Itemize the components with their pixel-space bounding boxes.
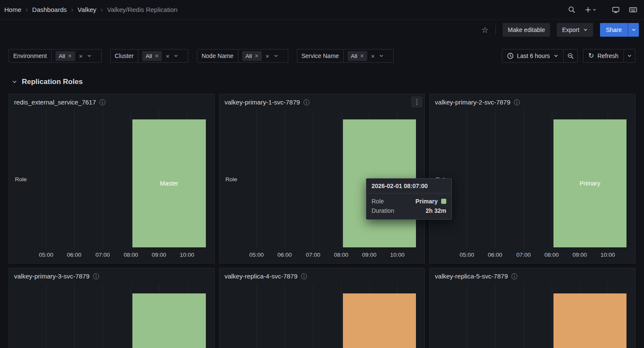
filter-chip[interactable]: All × <box>142 51 162 61</box>
row-replication-roles[interactable]: Replication Roles <box>12 75 83 88</box>
top-nav: Home › Dashboards › Valkey › Valkey/Redi… <box>0 0 644 20</box>
x-tick-label: 08:00 <box>123 252 138 258</box>
info-icon[interactable]: ⓘ <box>100 99 105 105</box>
zoom-out-time-button[interactable] <box>563 49 578 63</box>
chip-remove-icon[interactable]: × <box>155 53 158 59</box>
filters-row: Environment All × × Cluster All × × <box>9 49 635 63</box>
filter-environment: Environment All × × <box>9 49 102 63</box>
state-timeline-plot[interactable]: Role Primary 05:00 06:00 07:00 08:00 09:… <box>460 110 628 249</box>
gridline <box>131 110 131 249</box>
state-bar[interactable] <box>343 293 416 348</box>
state-bar[interactable]: Primary <box>553 119 626 247</box>
gridline <box>284 110 285 249</box>
share-button[interactable]: Share <box>600 23 628 37</box>
breadcrumb-separator-icon: › <box>100 6 102 14</box>
filter-chip[interactable]: All × <box>56 51 75 61</box>
state-bar[interactable] <box>553 293 626 348</box>
panel-title[interactable]: redis_external_service_7617 <box>14 99 96 106</box>
y-axis-label: Role <box>225 176 237 183</box>
panel-menu-icon[interactable]: ⋮ <box>411 96 422 107</box>
filter-chip[interactable]: All × <box>348 51 367 61</box>
chevron-down-icon[interactable] <box>173 53 179 58</box>
share-menu-button[interactable] <box>628 23 639 37</box>
filter-node-name: Node Name All × × <box>197 49 288 63</box>
star-icon[interactable]: ☆ <box>481 26 489 34</box>
gridline <box>552 110 552 249</box>
share-split-button: Share <box>600 23 639 37</box>
chip-remove-icon[interactable]: × <box>68 53 72 59</box>
filter-value-picker[interactable]: All × × <box>51 49 102 63</box>
breadcrumb-separator-icon: › <box>71 6 73 14</box>
state-timeline-plot[interactable]: Role 05:00 06:00 07:00 08:00 09:00 10:00 <box>39 284 208 348</box>
kiosk-mode-button[interactable] <box>612 6 620 14</box>
tooltip-role-value: Primary <box>416 198 438 205</box>
add-new-button[interactable] <box>585 6 597 13</box>
monitor-icon <box>612 6 620 14</box>
filter-value-picker[interactable]: All × × <box>138 49 188 63</box>
chevron-down-icon[interactable] <box>379 53 384 58</box>
tooltip-row: Role Primary <box>372 197 446 206</box>
info-icon[interactable]: ⓘ <box>511 273 517 279</box>
refresh-button[interactable]: ↻ Refresh <box>583 49 624 63</box>
filter-label: Node Name <box>197 49 238 63</box>
breadcrumb-home[interactable]: Home <box>4 6 21 13</box>
breadcrumb-valkey[interactable]: Valkey <box>78 6 97 13</box>
keyboard-icon <box>629 6 637 14</box>
chip-remove-icon[interactable]: × <box>255 53 258 59</box>
time-range-label: Last 6 hours <box>517 52 550 59</box>
info-icon[interactable]: ⓘ <box>303 99 309 105</box>
make-editable-button[interactable]: Make editable <box>503 23 550 37</box>
panel-title[interactable]: valkey-primary-3-svc-7879 <box>14 273 90 280</box>
timeline-panel: valkey-replica-5-svc-7879 ⓘ Role 05:00 0… <box>429 268 635 348</box>
panel-title[interactable]: valkey-primary-2-svc-7879 <box>435 99 510 106</box>
clear-values-icon[interactable]: × <box>371 53 375 59</box>
gridline <box>257 110 257 249</box>
state-timeline-plot[interactable]: Role Master 05:00 06:00 07:00 08:00 09:0… <box>39 110 208 249</box>
gridline <box>74 284 75 348</box>
info-icon[interactable]: ⓘ <box>514 99 520 105</box>
x-tick-label: 08:00 <box>334 252 348 258</box>
gridline <box>102 284 103 348</box>
breadcrumb-dashboards[interactable]: Dashboards <box>32 6 67 13</box>
state-timeline-plot[interactable]: Role 05:00 06:00 07:00 08:00 09:00 10:00 <box>460 284 628 348</box>
time-range-picker[interactable]: Last 6 hours <box>502 49 564 63</box>
state-bar[interactable] <box>132 293 205 348</box>
export-label: Export <box>562 26 579 33</box>
state-timeline-plot[interactable]: Role 05:00 06:00 07:00 08:00 09:00 10:00 <box>249 284 418 348</box>
export-button[interactable]: Export <box>557 23 593 37</box>
nav-icon-group <box>568 6 637 14</box>
x-tick-label: 05:00 <box>39 252 53 258</box>
panel-title[interactable]: valkey-replica-4-svc-7879 <box>225 273 298 280</box>
filter-value-picker[interactable]: All × × <box>343 49 394 63</box>
state-bar-label: Master <box>160 180 179 187</box>
panel-title[interactable]: valkey-replica-5-svc-7879 <box>435 273 508 280</box>
info-icon[interactable]: ⓘ <box>93 273 99 279</box>
filter-cluster: Cluster All × × <box>110 49 188 63</box>
clear-values-icon[interactable]: × <box>79 53 83 59</box>
panel-title[interactable]: valkey-primary-1-svc-7879 <box>225 99 300 106</box>
filter-value-picker[interactable]: All × × <box>238 49 288 63</box>
filter-chip[interactable]: All × <box>242 51 262 61</box>
tooltip-body: Role Primary Duration 2h 32m <box>366 194 451 219</box>
panel-header: valkey-replica-5-svc-7879 ⓘ <box>430 268 635 280</box>
x-tick-label: 06:00 <box>67 252 82 258</box>
info-icon[interactable]: ⓘ <box>301 273 307 279</box>
state-bar[interactable]: Master <box>132 119 205 247</box>
search-button[interactable] <box>568 6 575 13</box>
chevron-down-icon[interactable] <box>87 53 92 58</box>
keyboard-shortcuts-button[interactable] <box>629 6 637 14</box>
chevron-down-icon <box>627 53 632 58</box>
chevron-down-icon <box>583 27 588 32</box>
clear-values-icon[interactable]: × <box>266 53 269 59</box>
gridline <box>46 284 47 348</box>
clear-values-icon[interactable]: × <box>166 53 170 59</box>
timeline-panel: redis_external_service_7617 ⓘ Role Maste… <box>9 94 215 264</box>
timeline-panel: valkey-primary-3-svc-7879 ⓘ Role 05:00 0… <box>9 268 215 348</box>
chip-remove-icon[interactable]: × <box>360 53 364 59</box>
chevron-down-icon <box>631 27 636 32</box>
refresh-interval-button[interactable] <box>624 49 635 63</box>
chevron-down-icon[interactable] <box>273 53 278 58</box>
plus-icon <box>585 6 591 13</box>
panel-header: valkey-primary-3-svc-7879 ⓘ <box>9 268 214 280</box>
chip-label: All <box>59 53 65 59</box>
